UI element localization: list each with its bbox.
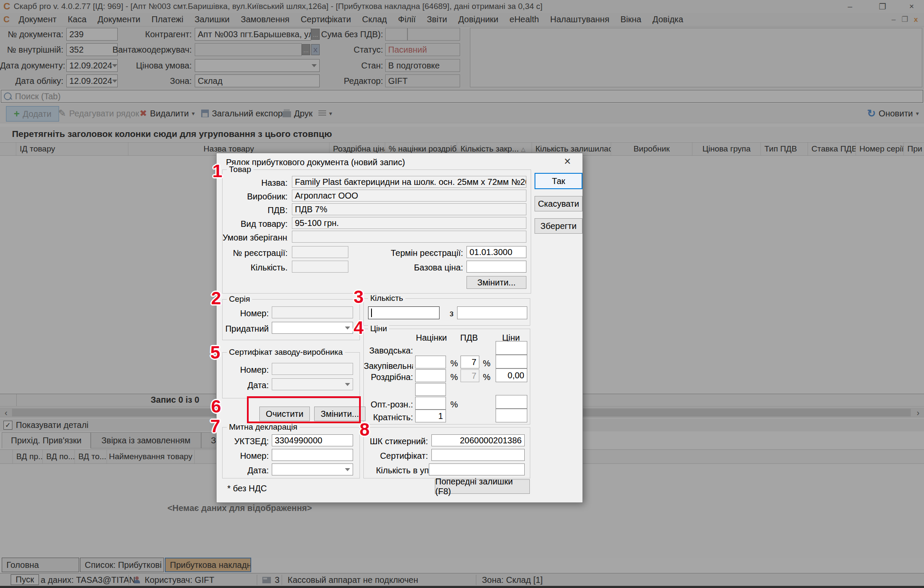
pack-qty-label: Кількість в уп xyxy=(364,464,429,476)
text-caret xyxy=(371,309,372,317)
quantity-of-label: з xyxy=(448,307,455,319)
chevron-down-icon[interactable] xyxy=(345,468,350,471)
kind-label: Вид товару: xyxy=(223,218,288,230)
sticker-cert-input[interactable] xyxy=(431,449,525,461)
annotation-2: 2 xyxy=(211,288,221,309)
pack-qty-input[interactable] xyxy=(429,463,525,475)
shk-input[interactable]: 2060000201386 xyxy=(431,434,525,446)
cert-date-combo[interactable] xyxy=(272,378,353,390)
storage-field[interactable] xyxy=(292,231,526,243)
multiplicity-label: Кратність: xyxy=(364,411,413,423)
quantity-group: Кількість з xyxy=(363,298,530,326)
quantity-total-field[interactable] xyxy=(457,306,527,319)
shk-label: ШК стикерний: xyxy=(364,435,428,447)
multiplicity-input[interactable]: 1 xyxy=(415,410,446,422)
purchase-vat-input[interactable]: 7 xyxy=(461,356,479,368)
reg-number-label: № реєстрації: xyxy=(223,247,288,259)
uktzed-input[interactable]: 3304990000 xyxy=(272,434,353,446)
kind-field[interactable]: 95-100 грн. xyxy=(292,217,526,229)
purchase-price-label: Закупівельна:* xyxy=(364,357,413,372)
vat-label: ПДВ: xyxy=(223,204,288,216)
cert-number-field[interactable] xyxy=(272,363,353,375)
retail-markup-input[interactable] xyxy=(415,369,446,382)
factory-price-field[interactable] xyxy=(496,341,527,355)
annotation-7: 7 xyxy=(210,416,220,437)
annotation-4: 4 xyxy=(354,318,363,338)
wholesale-label: Опт.-розн.: xyxy=(364,398,413,410)
series-valid-combo[interactable] xyxy=(272,322,353,334)
annotation-3: 3 xyxy=(354,287,363,307)
annotation-8: 8 xyxy=(359,419,369,440)
percent-sign: % xyxy=(448,357,458,369)
qty-info-label: Кількість. xyxy=(223,261,288,273)
vat-field[interactable]: ПДВ 7% xyxy=(292,203,526,215)
cert-number-label: Номер: xyxy=(223,364,269,376)
cert-date-label: Дата: xyxy=(223,379,269,391)
purchase-price-field[interactable] xyxy=(496,355,527,368)
annotation-5: 5 xyxy=(210,342,220,363)
maker-field[interactable]: Агропласт ООО xyxy=(292,190,526,202)
reg-number-field[interactable] xyxy=(292,246,348,258)
application-window: C Скарб pro v. 4.0.2.77 [ІД: 969] - [Апт… xyxy=(0,0,924,588)
customs-legend: Митна декларація xyxy=(227,422,300,432)
percent-sign: % xyxy=(448,398,458,410)
save-button[interactable]: Зберегти xyxy=(535,218,582,234)
row-edit-dialog: Рядок прибуткового документа (новий запи… xyxy=(216,153,583,503)
vat-column-header: ПДВ xyxy=(457,332,481,344)
cancel-button[interactable]: Скасувати xyxy=(535,196,582,211)
annotation-box-6 xyxy=(247,396,361,423)
uktzed-label: УКТЗЕД: xyxy=(223,435,269,447)
markup-column-header: Націнки xyxy=(414,332,449,344)
wholesale-price-field[interactable] xyxy=(496,395,527,409)
series-number-label: Номер: xyxy=(223,307,269,319)
multiplicity-price-field[interactable] xyxy=(496,409,527,422)
series-group: Серія Номер: Придатний xyxy=(222,299,360,340)
extra-markup-input[interactable] xyxy=(415,383,446,396)
customs-date-label: Дата: xyxy=(223,464,269,476)
percent-sign: % xyxy=(480,357,490,369)
customs-group: Митна декларація УКТЗЕД: 3304990000 Номе… xyxy=(222,427,360,478)
annotation-6: 6 xyxy=(211,396,221,417)
percent-sign: % xyxy=(480,371,490,383)
storage-label: Умови зберігання: xyxy=(223,232,288,244)
previous-stock-button[interactable]: Попередні залишки (F8) xyxy=(435,479,530,494)
series-valid-label: Придатний xyxy=(223,323,269,335)
maker-label: Виробник: xyxy=(223,190,288,202)
chevron-down-icon[interactable] xyxy=(345,383,350,386)
quantity-input[interactable] xyxy=(368,306,440,319)
customs-number-input[interactable] xyxy=(272,449,353,461)
sticker-cert-label: Сертифікат: xyxy=(364,450,428,462)
ok-button[interactable]: Так xyxy=(535,173,582,189)
series-number-field[interactable] xyxy=(272,306,353,318)
factory-cert-legend: Сертифікат заводу-виробника xyxy=(227,347,345,357)
purchase-markup-input[interactable] xyxy=(415,356,446,368)
series-group-legend: Серія xyxy=(227,294,252,304)
base-price-label: Базова ціна: xyxy=(364,261,463,273)
reg-term-label: Термін реєстрації: xyxy=(364,247,463,259)
vat-footnote: * без НДС xyxy=(227,484,267,493)
annotation-1: 1 xyxy=(212,161,222,181)
customs-number-label: Номер: xyxy=(223,450,269,462)
reg-term-field[interactable]: 01.01.3000 xyxy=(466,246,526,258)
wholesale-markup-input[interactable] xyxy=(415,397,446,410)
base-price-field[interactable] xyxy=(466,261,526,273)
factory-cert-group: Сертифікат заводу-виробника Номер: Дата: xyxy=(222,352,360,398)
quantity-group-legend: Кількість xyxy=(368,294,405,303)
qty-info-field[interactable] xyxy=(292,261,348,273)
factory-price-label: Заводська: xyxy=(364,344,413,356)
product-group-legend: Товар xyxy=(227,165,253,174)
prices-group: Ціни Націнки ПДВ Ціни Заводська: Закупів… xyxy=(363,329,530,425)
prices-group-legend: Ціни xyxy=(368,324,389,333)
name-field[interactable]: Family Plast бактерицидни на шолк. осн. … xyxy=(292,176,526,188)
customs-date-combo[interactable] xyxy=(272,463,353,475)
retail-price-field[interactable]: 0,00 xyxy=(496,368,527,382)
name-label: Назва: xyxy=(223,177,288,189)
chevron-down-icon[interactable] xyxy=(345,327,350,330)
percent-sign: % xyxy=(448,371,458,383)
product-group: Товар Назва: Family Plast бактерицидни н… xyxy=(222,169,531,294)
dialog-close-icon[interactable]: × xyxy=(564,155,571,168)
sticker-group: ШК стикерний: 2060000201386 Сертифікат: … xyxy=(363,427,530,478)
retail-price-label: Роздрібна: xyxy=(364,371,413,383)
retail-vat-input[interactable]: 7 xyxy=(461,369,479,382)
change-product-button[interactable]: Змінити... xyxy=(466,276,526,289)
